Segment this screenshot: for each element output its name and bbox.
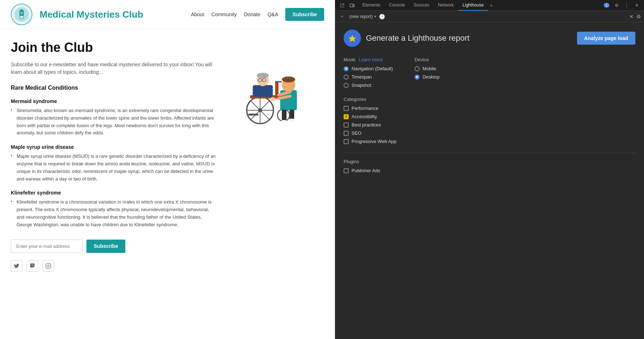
mode-navigation-radio[interactable]	[344, 66, 349, 71]
plugins-label: Plugins	[344, 159, 635, 164]
new-report-dropdown[interactable]: (new report) ▾	[349, 14, 376, 19]
device-section: Device Mobile Desktop	[415, 57, 440, 88]
tab-elements[interactable]: Elements	[358, 0, 385, 11]
category-performance[interactable]: Performance	[344, 106, 635, 111]
tab-console[interactable]: Console	[385, 0, 409, 11]
lighthouse-title: Generate a Lighthouse report	[366, 34, 469, 43]
tab-sources[interactable]: Sources	[409, 0, 434, 11]
devtools-right-icons: 1 ⚙ ⋮ ✕	[604, 1, 641, 10]
nav-community[interactable]: Community	[211, 12, 237, 17]
device-desktop-label: Desktop	[422, 74, 440, 80]
categories-section: Categories Performance Accessibility Bes…	[344, 97, 635, 144]
category-accessibility[interactable]: Accessibility	[344, 114, 635, 119]
mode-timespan-label: Timespan	[352, 74, 372, 80]
svg-text:+: +	[21, 16, 23, 19]
mode-device-row: Mode Learn more Navigation (Default) Tim…	[344, 57, 635, 97]
page-title: Join the Club	[11, 40, 216, 55]
svg-point-33	[282, 76, 295, 82]
site-content: Join the Club Subscribe to our e-newslet…	[0, 29, 335, 282]
category-seo-checkbox[interactable]	[344, 131, 349, 136]
device-mobile-label: Mobile	[422, 66, 436, 71]
more-tabs-icon[interactable]: »	[488, 3, 495, 8]
categories-label: Categories	[344, 97, 635, 102]
svg-rect-2	[21, 9, 23, 11]
panel-settings-icon[interactable]: ⚙	[636, 14, 641, 19]
devtools-topbar: Elements Console Sources Network Lightho…	[335, 0, 644, 11]
nav-donate[interactable]: Donate	[244, 12, 260, 17]
mode-label: Mode Learn more	[344, 57, 393, 62]
email-input[interactable]	[11, 240, 83, 253]
device-mobile-radio[interactable]	[415, 66, 420, 71]
mode-snapshot[interactable]: Snapshot	[344, 82, 393, 88]
category-pwa-checkbox[interactable]	[344, 139, 349, 144]
mode-timespan[interactable]: Timespan	[344, 74, 393, 80]
content-left: Join the Club Subscribe to our e-newslet…	[11, 40, 216, 272]
category-best-practices[interactable]: Best practices	[344, 122, 635, 128]
page-subtitle: Subscribe to our e-newsletter and have m…	[11, 61, 216, 76]
nav-qa[interactable]: Q&A	[268, 12, 278, 17]
plugins-divider	[344, 153, 635, 153]
category-pwa[interactable]: Progressive Web App	[344, 139, 635, 144]
history-icon[interactable]: 🕐	[379, 14, 385, 19]
device-desktop-radio[interactable]	[415, 75, 420, 80]
category-accessibility-checkbox[interactable]	[344, 114, 349, 119]
twitch-icon[interactable]	[27, 260, 38, 272]
website-area: + Medical Mysteries Club About Community…	[0, 0, 335, 339]
analyze-page-load-button[interactable]: Analyze page load	[577, 32, 635, 45]
condition-1: Mermaid syndrome Sirenomelia, also known…	[11, 98, 216, 137]
condition-3-title: Klinefelter syndrome	[11, 190, 216, 196]
nav-about[interactable]: About	[191, 12, 204, 17]
illustration	[223, 44, 317, 130]
social-icons	[11, 260, 216, 272]
svg-point-40	[289, 119, 295, 122]
tab-lighthouse[interactable]: Lighthouse	[458, 0, 488, 11]
tab-network[interactable]: Network	[434, 0, 458, 11]
condition-1-title: Mermaid syndrome	[11, 98, 216, 104]
category-best-practices-label: Best practices	[352, 122, 381, 128]
category-performance-label: Performance	[352, 106, 378, 111]
plugin-publisher-ads-checkbox[interactable]	[344, 168, 349, 173]
mode-navigation[interactable]: Navigation (Default)	[344, 66, 393, 71]
twitter-icon[interactable]	[11, 260, 22, 272]
panel-close-icon[interactable]: ✕	[629, 14, 634, 19]
svg-point-30	[270, 97, 276, 101]
condition-2-desc: Maple syrup urine disease (MSUD) is a ra…	[11, 153, 216, 183]
device-radio-group: Mobile Desktop	[415, 66, 440, 80]
more-options-icon[interactable]: ⋮	[622, 1, 631, 10]
device-icon[interactable]	[348, 1, 357, 10]
lighthouse-header-left: Generate a Lighthouse report	[344, 30, 469, 47]
category-best-practices-checkbox[interactable]	[344, 122, 349, 128]
device-desktop[interactable]: Desktop	[415, 74, 440, 80]
condition-2: Maple syrup urine disease Maple syrup ur…	[11, 144, 216, 183]
site-title: Medical Mysteries Club	[40, 9, 143, 20]
plugins-checkbox-group: Publisher Ads	[344, 168, 635, 173]
plugins-section: Plugins Publisher Ads	[344, 159, 635, 173]
mode-snapshot-label: Snapshot	[352, 82, 371, 88]
settings-icon[interactable]: ⚙	[612, 1, 621, 10]
close-devtools-icon[interactable]: ✕	[632, 1, 641, 10]
subscribe-form: Subscribe	[11, 240, 216, 253]
svg-point-39	[281, 120, 288, 123]
mode-timespan-radio[interactable]	[344, 75, 349, 80]
add-report-icon[interactable]: +	[338, 12, 346, 21]
plugin-publisher-ads[interactable]: Publisher Ads	[344, 168, 635, 173]
category-seo[interactable]: SEO	[344, 130, 635, 136]
nav-links: About Community Donate Q&A Subscribe	[191, 8, 324, 21]
nav-subscribe-button[interactable]: Subscribe	[285, 8, 324, 21]
category-accessibility-label: Accessibility	[352, 114, 377, 119]
device-label: Device	[415, 57, 440, 62]
category-pwa-label: Progressive Web App	[352, 139, 397, 144]
category-performance-checkbox[interactable]	[344, 106, 349, 111]
category-seo-label: SEO	[352, 130, 361, 136]
svg-rect-41	[350, 4, 353, 7]
site-logo: +	[11, 4, 32, 25]
inspect-icon[interactable]	[338, 1, 346, 10]
mode-radio-group: Navigation (Default) Timespan Snapshot	[344, 66, 393, 88]
mode-navigation-label: Navigation (Default)	[352, 66, 393, 71]
categories-checkbox-group: Performance Accessibility Best practices…	[344, 106, 635, 144]
device-mobile[interactable]: Mobile	[415, 66, 440, 71]
mode-snapshot-radio[interactable]	[344, 83, 349, 88]
learn-more-link[interactable]: Learn more	[359, 57, 383, 62]
subscribe-button[interactable]: Subscribe	[86, 240, 125, 253]
instagram-icon[interactable]	[43, 260, 54, 272]
